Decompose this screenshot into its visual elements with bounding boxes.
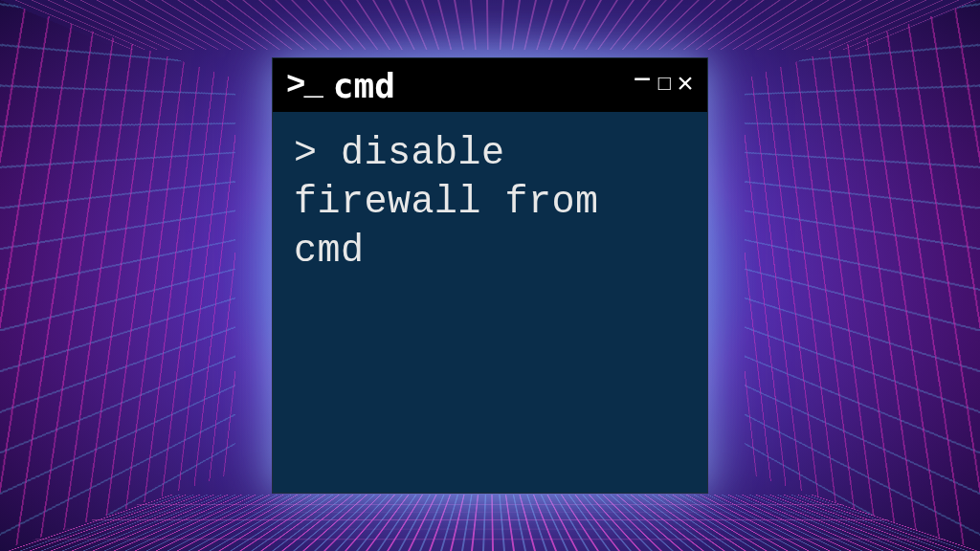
minimize-button[interactable]: – (632, 62, 653, 97)
maximize-button[interactable]: □ (658, 75, 671, 96)
close-button[interactable]: × (677, 71, 694, 99)
window-controls: – □ × (632, 68, 694, 102)
left-wall-grid (0, 0, 235, 551)
terminal-window: >_ cmd – □ × > disable firewall from cmd (272, 57, 708, 494)
terminal-body[interactable]: > disable firewall from cmd (273, 112, 707, 493)
prompt-symbol: > (294, 132, 318, 175)
prompt-icon: >_ (286, 67, 322, 103)
window-title: cmd (333, 66, 620, 105)
titlebar[interactable]: >_ cmd – □ × (273, 58, 707, 112)
right-wall-grid (745, 0, 980, 551)
command-input[interactable]: disable firewall from cmd (294, 132, 599, 273)
